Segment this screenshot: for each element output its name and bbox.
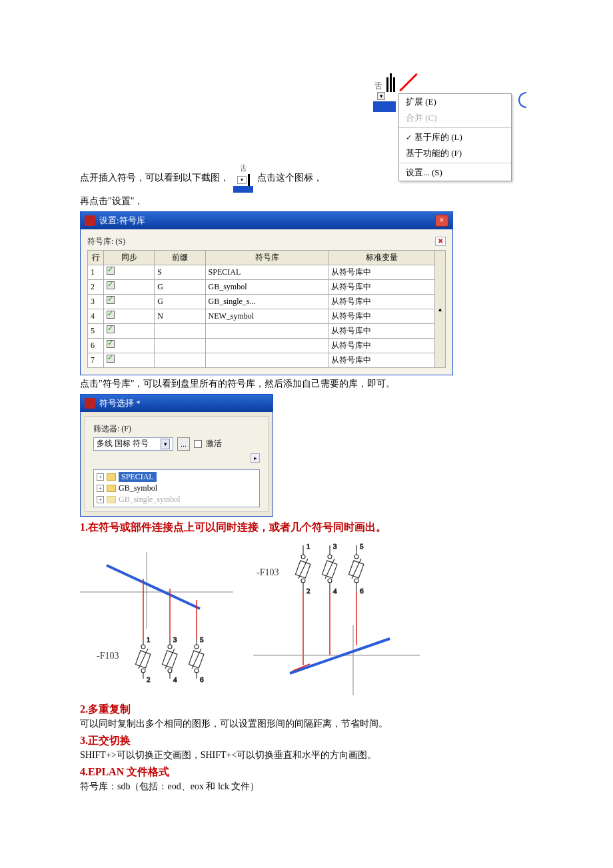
blue-bar-icon [373,101,396,112]
heading-3: 3.正交切换 [80,734,533,748]
svg-text:-F103: -F103 [257,567,279,577]
chevron-down-icon[interactable]: ▾ [161,439,170,449]
activate-checkbox[interactable] [194,440,202,448]
tree-item[interactable]: +GB_single_symbol [95,494,258,505]
app-icon [85,398,95,409]
diagram-left: -F103 12 34 56 [80,552,233,685]
activate-label: 激活 [206,438,222,449]
sync-checkbox[interactable] [107,355,115,363]
table-row: 7从符号库中 [88,353,446,367]
context-menu-fragment: 舌 ▾ 扩展 (E) 合并 (C) 基于库的 (L) 基于功能的 (F) 设置.… [373,73,526,181]
tree-item[interactable]: +GB_symbol [95,483,258,494]
body-4: 符号库：sdb（包括：eod、eox 和 lck 文件） [80,781,533,793]
svg-text:2: 2 [147,675,151,683]
svg-text:-F103: -F103 [97,651,119,661]
col-stdvar: 标准变量 [328,250,435,265]
diagram-right: -F103 12 34 56 [253,539,420,699]
table-row: 4NNEW_symbol从符号库中 [88,309,446,323]
menu-extend[interactable]: 扩展 (E) [399,94,511,110]
menu-settings[interactable]: 设置... (S) [399,165,511,181]
settings-title-bar: 设置:符号库 × [81,212,452,229]
col-symlib: 符号库 [205,250,328,265]
symbol-tree: +SPECIAL +GB_symbol +GB_single_symbol [93,469,260,507]
svg-line-62 [290,639,390,673]
browse-button[interactable]: ... [177,437,190,451]
red-stroke-icon [398,73,418,92]
col-row: 行 [88,250,104,265]
intro-text-1b: 点击这个图标， [257,171,322,185]
heading-1: 1.在符号或部件连接点上可以同时连接，或者几个符号同时画出。 [80,521,533,535]
combo-value: 多线 国标 符号 [97,438,149,449]
close-icon[interactable]: × [435,215,448,227]
table-row: 5从符号库中 [88,323,446,338]
svg-text:1: 1 [306,542,310,550]
svg-text:4: 4 [173,675,177,683]
mini-blue-bar [233,186,253,193]
svg-line-3 [107,565,200,609]
app-icon [85,215,95,226]
intro-line-2: 再点击"设置"， [80,195,533,207]
folder-icon [107,473,116,481]
svg-text:1: 1 [147,635,151,643]
menu-based-lib[interactable]: 基于库的 (L) [399,129,511,145]
symbol-lib-table: 行 同步 前缀 符号库 标准变量 ▴ 1SSPECIAL从符号库中 2GGB_s… [87,250,446,368]
svg-text:3: 3 [333,542,337,550]
menu-merge: 合并 (C) [399,110,511,126]
sync-checkbox[interactable] [107,281,115,289]
dropdown-icon[interactable]: ▾ [377,92,385,100]
col-sync: 同步 [104,250,155,265]
body-2: 可以同时复制出多个相同的图形，可以设置图形间的间隔距离，节省时间。 [80,718,533,730]
svg-text:2: 2 [306,587,310,595]
heading-2: 2.多重复制 [80,703,533,717]
mini-toolbar-fragment: 舌 ▾ [233,163,253,193]
toolbar-bars [386,73,395,92]
symbol-title: 符号选择 * [99,397,141,409]
folder-icon [107,496,116,503]
svg-text:6: 6 [360,587,364,595]
svg-text:6: 6 [200,675,204,683]
svg-text:4: 4 [333,587,337,595]
body-3: SHIFT+>可以切换正交画图，SHIFT+<可以切换垂直和水平的方向画图。 [80,749,533,761]
delete-icon[interactable]: ✖ [435,237,446,246]
scrollbar[interactable]: ▴ [435,250,446,367]
settings-dialog: 设置:符号库 × 符号库: (S) ✖ 行 同步 前缀 符号库 标准变量 ▴ 1… [80,211,453,375]
filter-label: 筛选器: (F) [93,423,260,435]
menu-based-func[interactable]: 基于功能的 (F) [399,145,511,161]
tab-char: 舌 [373,81,384,92]
filter-combo[interactable]: 多线 国标 符号 ▾ [93,437,173,451]
table-row: 1SSPECIAL从符号库中 [88,265,446,279]
svg-text:3: 3 [173,635,177,643]
symbol-title-bar: 符号选择 * [81,395,273,412]
sync-checkbox[interactable] [107,311,115,319]
arc-icon [518,92,526,108]
settings-title: 设置:符号库 [99,215,145,227]
svg-text:5: 5 [360,542,364,550]
tree-item[interactable]: +SPECIAL [95,471,258,483]
after-table-text: 点击"符号库"，可以看到盘里所有的符号库，然后添加自己需要的库，即可。 [80,378,533,390]
heading-4: 4.EPLAN 文件格式 [80,765,533,779]
svg-text:5: 5 [200,635,204,643]
sync-checkbox[interactable] [107,267,115,275]
folder-icon [107,485,116,492]
intro-text-1a: 点开插入符号，可以看到以下截图， [80,171,229,185]
sync-checkbox[interactable] [107,340,115,348]
table-row: 2GGB_symbol从符号库中 [88,279,446,294]
play-icon[interactable]: ▸ [251,453,260,463]
sync-checkbox[interactable] [107,325,115,333]
sync-checkbox[interactable] [107,296,115,304]
mini-dropdown-icon[interactable]: ▾ [237,176,247,184]
symbol-lib-label: 符号库: (S) [87,236,125,247]
symbol-select-dialog: 符号选择 * 筛选器: (F) 多线 国标 符号 ▾ ... 激活 ▸ +SPE… [80,394,273,517]
mini-label: 舌 [240,163,247,174]
diagram-row: -F103 12 34 56 -F103 12 [80,539,533,699]
col-prefix: 前缀 [155,250,205,265]
context-menu: 扩展 (E) 合并 (C) 基于库的 (L) 基于功能的 (F) 设置... (… [398,93,512,181]
table-row: 3GGB_single_s...从符号库中 [88,294,446,309]
table-row: 6从符号库中 [88,338,446,353]
